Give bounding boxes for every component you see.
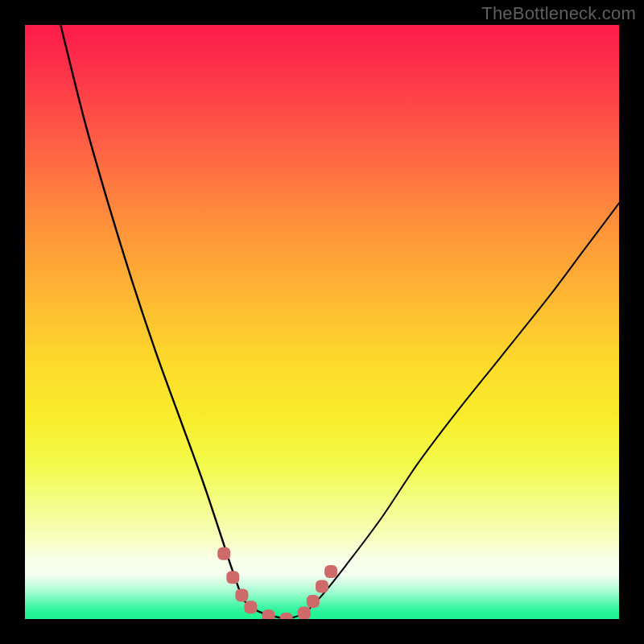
chart-svg	[25, 25, 619, 619]
highlight-marker	[280, 613, 293, 619]
highlight-markers	[217, 547, 337, 619]
highlight-marker	[226, 571, 239, 584]
highlight-marker	[217, 547, 230, 560]
curve-left-branch	[60, 25, 286, 619]
watermark-text: TheBottleneck.com	[481, 3, 636, 24]
highlight-marker	[298, 607, 311, 619]
curve-right-branch	[287, 203, 619, 619]
bottleneck-curve	[60, 25, 619, 619]
highlight-marker	[307, 595, 320, 608]
highlight-marker	[244, 601, 257, 613]
highlight-marker	[324, 565, 337, 578]
highlight-marker	[262, 609, 275, 619]
highlight-marker	[235, 589, 248, 602]
chart-frame: TheBottleneck.com	[0, 0, 644, 644]
plot-area	[25, 25, 619, 619]
highlight-marker	[316, 580, 328, 592]
